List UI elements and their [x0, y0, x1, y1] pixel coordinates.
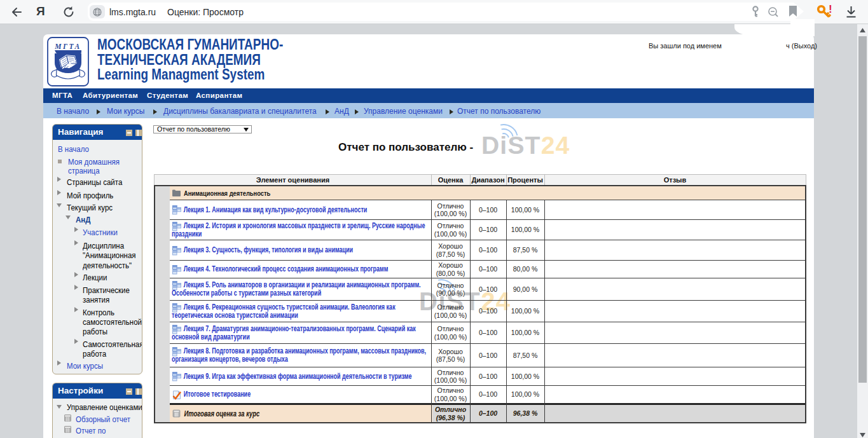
svg-text:МГТА: МГТА	[54, 43, 81, 50]
